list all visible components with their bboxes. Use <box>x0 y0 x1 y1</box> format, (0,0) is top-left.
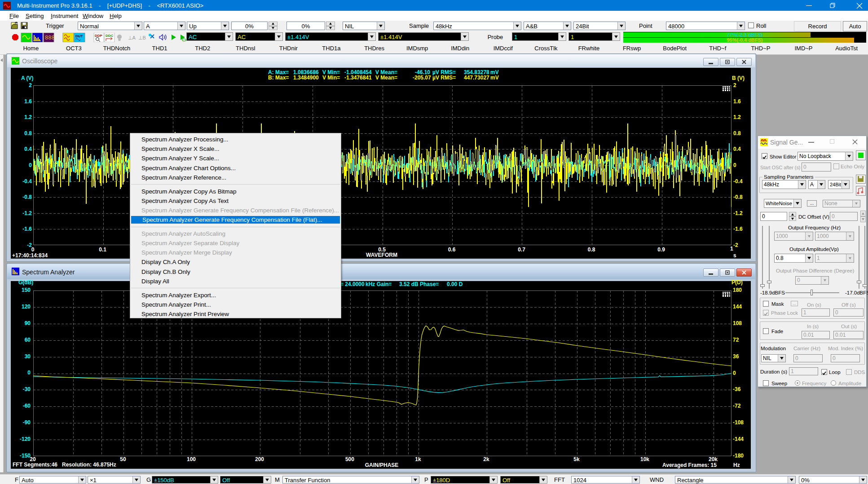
svg-text:DDP: DDP <box>95 34 103 38</box>
svg-text:DDC: DDC <box>106 34 114 38</box>
svg-text:DUT: DUT <box>75 34 83 38</box>
svg-text:⊥A: ⊥A <box>128 35 136 40</box>
svg-text:⊥B: ⊥B <box>138 35 146 40</box>
svg-text:888: 888 <box>45 35 55 41</box>
